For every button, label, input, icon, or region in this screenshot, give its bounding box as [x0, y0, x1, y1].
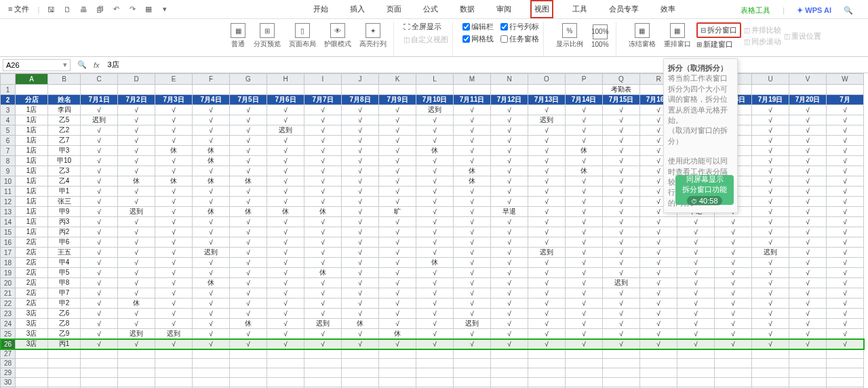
cell[interactable]: √	[230, 329, 267, 339]
cell[interactable]: √	[230, 146, 267, 156]
cell[interactable]: √	[789, 105, 827, 115]
cell[interactable]	[528, 349, 566, 359]
cell[interactable]: √	[155, 125, 193, 136]
side-by-side[interactable]: ◫ 并排比较	[744, 25, 781, 35]
cell[interactable]: 休	[230, 319, 267, 329]
cell[interactable]: 1店	[16, 115, 48, 125]
cell[interactable]: √	[454, 339, 491, 349]
cell[interactable]: √	[454, 268, 491, 278]
cell[interactable]: √	[454, 105, 491, 115]
cell[interactable]: √	[827, 339, 864, 349]
cell[interactable]: √	[230, 136, 267, 146]
cell[interactable]: √	[566, 288, 603, 298]
cell[interactable]: √	[342, 146, 379, 156]
cell[interactable]: √	[528, 278, 566, 288]
cell[interactable]: √	[342, 329, 379, 339]
cell[interactable]: √	[193, 339, 230, 349]
row-header[interactable]: 3	[1, 105, 16, 115]
cell[interactable]: √	[789, 115, 827, 125]
cell[interactable]: 休	[230, 176, 267, 187]
cell[interactable]: √	[677, 248, 715, 258]
cell[interactable]	[155, 359, 193, 368]
cell[interactable]: √	[304, 248, 342, 258]
cell[interactable]	[827, 368, 864, 378]
cell[interactable]: √	[566, 105, 603, 115]
cell[interactable]: 甲9	[48, 207, 81, 217]
cell[interactable]	[454, 349, 491, 359]
cell[interactable]: √	[603, 197, 640, 207]
cell[interactable]: √	[603, 136, 640, 146]
cell[interactable]: √	[230, 309, 267, 319]
cell[interactable]: √	[566, 237, 603, 248]
cell[interactable]: √	[342, 115, 379, 125]
cell[interactable]: √	[342, 217, 379, 227]
cell[interactable]: √	[491, 125, 528, 136]
cell[interactable]: 休	[416, 146, 454, 156]
cell[interactable]	[454, 378, 491, 387]
view-pagelayout[interactable]: ▯页面布局	[286, 22, 319, 50]
cell[interactable]: √	[342, 176, 379, 187]
cell[interactable]: √	[454, 227, 491, 237]
check-taskpane[interactable]: 任务窗格	[500, 34, 539, 44]
cell[interactable]: √	[715, 278, 752, 288]
cell[interactable]: √	[566, 217, 603, 227]
col-header[interactable]: F	[193, 74, 230, 85]
cell[interactable]: √	[379, 227, 416, 237]
reset-pos[interactable]: ◫ 重设位置	[784, 31, 821, 41]
cell[interactable]: √	[230, 268, 267, 278]
cell[interactable]: √	[454, 298, 491, 309]
tab-start[interactable]: 开始	[311, 1, 331, 17]
cell[interactable]: √	[715, 309, 752, 319]
cell[interactable]: 迟到	[416, 105, 454, 115]
cell[interactable]: √	[193, 298, 230, 309]
cell[interactable]: √	[267, 136, 304, 146]
cell[interactable]: √	[81, 125, 118, 136]
cell[interactable]: √	[416, 217, 454, 227]
cell[interactable]: √	[304, 237, 342, 248]
cell[interactable]: √	[715, 339, 752, 349]
cell[interactable]: √	[640, 298, 677, 309]
cell[interactable]	[715, 368, 752, 378]
cell[interactable]: √	[267, 298, 304, 309]
cell[interactable]: √	[677, 217, 715, 227]
row-header[interactable]: 12	[1, 197, 16, 207]
cell[interactable]	[118, 359, 155, 368]
cell[interactable]	[342, 378, 379, 387]
cell[interactable]: 迟到	[752, 248, 789, 258]
cell[interactable]: √	[827, 278, 864, 288]
cell[interactable]	[603, 359, 640, 368]
cell[interactable]: √	[81, 278, 118, 288]
cell[interactable]: 休	[267, 207, 304, 217]
cell[interactable]: √	[528, 136, 566, 146]
cell[interactable]: √	[566, 136, 603, 146]
cell[interactable]	[528, 368, 566, 378]
row-header[interactable]: 25	[1, 329, 16, 339]
cell[interactable]: √	[193, 115, 230, 125]
cell[interactable]: √	[752, 237, 789, 248]
cell[interactable]: √	[640, 309, 677, 319]
cell[interactable]: √	[416, 339, 454, 349]
cell[interactable]: √	[267, 258, 304, 268]
cell[interactable]	[603, 349, 640, 359]
cell[interactable]: √	[789, 187, 827, 197]
cell[interactable]: √	[193, 258, 230, 268]
cell[interactable]: 迟到	[454, 319, 491, 329]
cell[interactable]: 1店	[16, 176, 48, 187]
cell[interactable]: √	[827, 146, 864, 156]
cell[interactable]: √	[118, 339, 155, 349]
cell[interactable]: √	[827, 166, 864, 176]
cell[interactable]: √	[789, 298, 827, 309]
tab-tool[interactable]: 工具	[570, 1, 590, 17]
cell[interactable]: √	[379, 288, 416, 298]
cell[interactable]: 休	[304, 207, 342, 217]
cell[interactable]	[118, 378, 155, 387]
cell[interactable]: √	[155, 197, 193, 207]
cell[interactable]: √	[715, 298, 752, 309]
cell[interactable]	[48, 349, 81, 359]
cell[interactable]: √	[416, 187, 454, 197]
cell[interactable]: √	[230, 298, 267, 309]
cell[interactable]: √	[789, 125, 827, 136]
cell[interactable]: 甲7	[48, 288, 81, 298]
cell[interactable]: √	[528, 146, 566, 156]
cell[interactable]	[491, 359, 528, 368]
